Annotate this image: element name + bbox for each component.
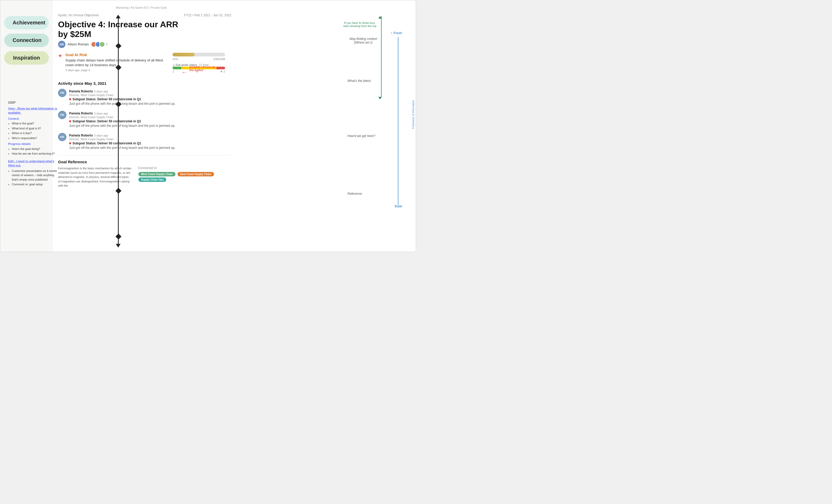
list-item: How's the goal doing? [12, 147, 58, 151]
owner-name: Alison Roman [68, 42, 89, 46]
dot-red-icon [69, 120, 71, 122]
freshness-axis-label: Freshness of information [412, 100, 415, 129]
activity-title: Activity since May 3, 2021 [58, 81, 231, 85]
team-avatars: 5 [91, 42, 108, 47]
risk-text: Supply chain delays have shifted schedul… [66, 58, 165, 68]
activity-item: PR Pamela Roberts 5 days ago Director, W… [58, 89, 231, 106]
sg-num-2: ★ 2 [220, 70, 225, 73]
ref-title: Goal Reference [58, 160, 231, 164]
activity-author-1: Pamela Roberts [69, 111, 93, 115]
sg-green [173, 67, 181, 69]
timeline-arrow-top [116, 15, 121, 18]
fresh-label: ↑ Fresh [390, 31, 402, 35]
activity-subgoal-0: Subgoal Status: Deliver 50 containrs/wk … [69, 97, 231, 101]
dot-red-icon [69, 142, 71, 144]
activity-time-0: 5 days ago [94, 90, 108, 93]
green-arrow-down [380, 97, 382, 100]
green-arrow-up [380, 16, 382, 19]
timeline-arrow-bottom [116, 244, 121, 247]
risk-meta: 3 days ago, page 4 [66, 69, 165, 72]
star-icon: ★ [58, 53, 62, 58]
tag-east-coast[interactable]: East Coast Supply Chain [178, 172, 214, 177]
tag-west-coast[interactable]: West Coast Supply Chain [138, 172, 176, 177]
activity-role-0: Director, West Coast Supply Chain [69, 94, 231, 97]
activity-body-2: Pamela Roberts 5 days ago Director, West… [69, 133, 231, 150]
list-item: Who's responsible? [12, 136, 58, 140]
list-item: What kind of goal is it? [12, 126, 58, 131]
progress-fill [173, 53, 194, 56]
annot-reference: Reference [347, 192, 379, 195]
diamond-5 [115, 234, 122, 240]
freshness-line [398, 37, 398, 205]
activity-desc-0: Just got off the phone with the port of … [69, 102, 231, 106]
risk-title: Goal At Risk [66, 53, 165, 57]
gdp-progress-list: How's the goal doing? How far are we fro… [8, 147, 58, 156]
insights-note: Insights chosen by the author [189, 65, 216, 72]
connection-button[interactable]: Connection [4, 34, 49, 47]
sg-num-0: 2 [173, 70, 174, 73]
activity-body-0: Pamela Roberts 5 days ago Director, West… [69, 89, 231, 106]
progress-targets: 10M/25M [213, 57, 225, 61]
progress-percent: 42% [173, 57, 178, 61]
owner-row: AR Alison Roman 5 [58, 41, 231, 48]
dot-red-icon [69, 98, 71, 100]
tag-supply-chain-ops[interactable]: Supply Chain Ops [138, 178, 166, 182]
reference-section: Goal Reference Ferromagnetism is the bas… [58, 155, 231, 188]
activity-desc-1: Just got off the phone with the port of … [69, 124, 231, 128]
gdp-edit-link[interactable]: Edit - I need to understand what's fille… [8, 159, 58, 168]
activity-item: PR Pamela Roberts 5 days ago Director, W… [58, 133, 231, 150]
progress-bar [173, 53, 225, 56]
diamond-4 [115, 188, 122, 194]
avatar [99, 42, 105, 47]
annot-latest: What's the latest [347, 79, 379, 83]
fy-label: FY22 • Feb 1 2021 - Jan 31, 2022 [184, 14, 231, 17]
list-item: When is it due? [12, 131, 58, 135]
gdp-progress-title: Progress details [8, 142, 58, 146]
activity-section: Activity since May 3, 2021 PR Pamela Rob… [58, 81, 231, 150]
activity-role-1: Director, West Coast Supply Chain [69, 115, 231, 118]
green-note: If you have to show less, start showing … [343, 21, 377, 28]
ref-text: Ferromagnetism is the basic mechanism by… [58, 166, 132, 188]
list-item: Customize presentation so it meets needs… [12, 169, 58, 182]
activity-role-2: Director, West Coast Supply Chain [69, 137, 231, 141]
gdp-view-link[interactable]: View - Show me what information is avail… [8, 106, 58, 115]
gdp-context-list: What is the goal? What kind of goal is i… [8, 121, 58, 140]
inspiration-button[interactable]: Inspiration [4, 51, 49, 64]
annot-howdwe: How'd we get here? [347, 134, 379, 138]
progress-numbers: 42% 10M/25M [173, 57, 225, 61]
goal-risk-row: ★ Goal At Risk Supply chain delays have … [58, 53, 231, 76]
insights-arrow: ← [181, 69, 187, 76]
gdp-context-title: Context [8, 116, 58, 121]
goal-risk-section: Goal At Risk Supply chain delays have sh… [66, 53, 165, 72]
activity-author-0: Pamela Roberts [69, 89, 93, 93]
breadcrumb: Marketing / Ad Sprint #23 / Private Goal [116, 6, 166, 9]
activity-time-2: 5 days ago [94, 134, 108, 137]
list-item: Comment re: goal setup [12, 182, 58, 187]
activity-item: PR Pamela Roberts 5 days ago Director, W… [58, 111, 231, 128]
green-line [381, 16, 382, 97]
list-item: What is the goal? [12, 121, 58, 126]
tags-container: West Coast Supply Chain East Coast Suppl… [138, 171, 231, 182]
activity-body-1: Pamela Roberts 5 days ago Director, West… [69, 111, 231, 128]
owner-avatar: AR [58, 41, 66, 48]
stale-label: Stale [394, 205, 402, 208]
list-item: How far are we from achieving it? [12, 152, 58, 156]
activity-avatar-0: PR [58, 89, 67, 97]
ref-body: Ferromagnetism is the basic mechanism by… [58, 166, 231, 188]
avatar-count: 5 [106, 43, 108, 46]
activity-subgoal-2: Subgoal Status: Deliver 50 containrs/wk … [69, 141, 231, 145]
activity-subgoal-1: Subgoal Status: Deliver 50 containrs/wk … [69, 120, 231, 123]
sg-red [216, 67, 225, 69]
activity-avatar-1: PR [58, 111, 67, 119]
gdp-title: GDP [8, 100, 58, 105]
activity-desc-2: Just got off the phone with the port of … [69, 146, 231, 150]
activity-avatar-2: PR [58, 133, 67, 141]
org-label: Apollo, Inc Annual Objectives [58, 14, 99, 18]
connected-to-label: Connected to [138, 166, 231, 170]
activity-author-2: Pamela Roberts [69, 134, 93, 137]
timeline-line [118, 18, 119, 244]
ref-connected: Connected to West Coast Supply Chain Eas… [138, 166, 231, 188]
main-content: Apollo, Inc Annual Objectives FY22 • Feb… [58, 14, 231, 188]
achievement-button[interactable]: Achievement [4, 16, 49, 29]
activity-time-1: 5 days ago [94, 112, 108, 115]
